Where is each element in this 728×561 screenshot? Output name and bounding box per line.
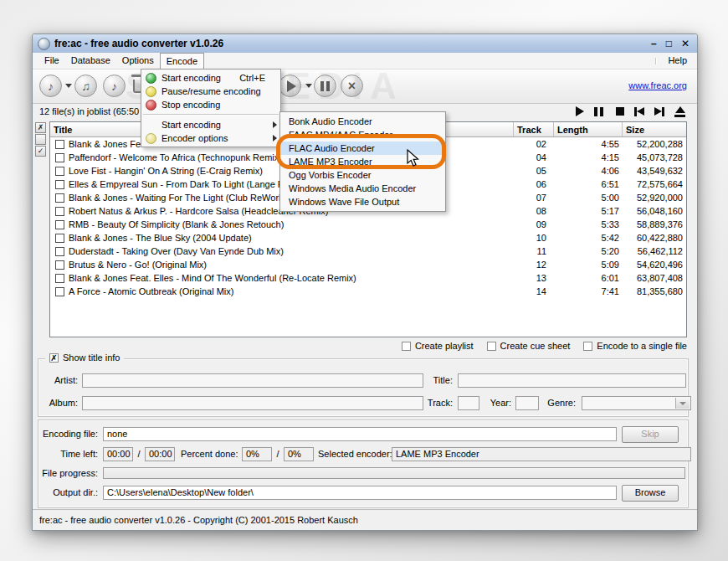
row-length: 6:01 (553, 273, 622, 283)
row-track: 09 (513, 219, 553, 229)
browse-button[interactable]: Browse (622, 485, 679, 502)
genre-dropdown-icon[interactable] (675, 398, 690, 409)
row-title: A Force - Atomic Outbreak (Original Mix) (64, 286, 513, 296)
add-files-icon[interactable]: ♪ (39, 75, 62, 97)
menu-item[interactable]: Options (116, 53, 160, 69)
submenu-item[interactable]: Bonk Audio Encoder (280, 115, 445, 128)
next-icon[interactable] (654, 107, 664, 116)
row-checkbox[interactable] (55, 234, 64, 243)
eject-icon[interactable] (674, 106, 685, 117)
year-field[interactable] (515, 396, 539, 410)
titlebar[interactable]: fre:ac - free audio converter v1.0.26 – … (33, 34, 697, 54)
row-size: 52,200,288 (622, 139, 686, 149)
output-options-row: Create playlist Create cue sheet Encode … (402, 341, 687, 351)
toolbar: ♪ ♫ ♪ × www.freac.org (33, 69, 697, 104)
submenu-arrow-icon (273, 101, 277, 108)
row-checkbox[interactable] (55, 193, 64, 203)
percent-done-label: Percent done: (181, 447, 238, 461)
row-checkbox[interactable] (55, 260, 64, 270)
table-row[interactable]: Brutus & Nero - Go! (Original Mix) 12 5:… (50, 258, 686, 271)
freac-website-link[interactable]: www.freac.org (628, 80, 687, 90)
table-row[interactable]: RMB - Beauty Of Simplicity (Blank & Jone… (50, 218, 686, 231)
title-field[interactable] (458, 373, 686, 388)
album-label: Album: (42, 396, 78, 410)
close-button[interactable]: ✕ (681, 39, 690, 49)
create-cue-sheet-checkbox[interactable] (487, 342, 496, 351)
row-checkbox[interactable] (55, 140, 64, 149)
row-length: 5:42 (553, 233, 622, 243)
encode-single-file-label: Encode to a single file (597, 341, 687, 351)
artist-field[interactable] (82, 373, 423, 388)
encode-single-file-checkbox[interactable] (583, 342, 592, 351)
column-header-size[interactable]: Size (622, 122, 686, 136)
maximize-button[interactable]: □ (666, 39, 672, 49)
row-checkbox[interactable] (55, 153, 64, 162)
start-encoding-icon[interactable] (279, 75, 301, 97)
table-row[interactable]: Blank & Jones - The Blue Sky (2004 Updat… (50, 231, 686, 244)
rip-cd-icon[interactable]: ♫ (74, 75, 97, 97)
window-title: fre:ac - free audio converter v1.0.26 (54, 38, 223, 49)
row-checkbox[interactable] (55, 180, 64, 189)
select-all-button[interactable]: ✗ (35, 122, 46, 133)
submenu-item[interactable]: Ogg Vorbis Encoder (280, 168, 445, 182)
play-icon[interactable] (576, 106, 584, 116)
menu-item[interactable]: File (38, 53, 65, 69)
pause-icon[interactable] (594, 107, 606, 116)
time-left-current-field: 00:00 (103, 447, 133, 461)
submenu-item[interactable]: Windows Media Audio Encoder (280, 182, 445, 195)
create-playlist-checkbox[interactable] (402, 342, 411, 351)
track-field[interactable] (458, 396, 479, 410)
submenu-item[interactable]: Windows Wave File Output (280, 195, 445, 208)
minimize-button[interactable]: – (651, 39, 657, 49)
row-length: 4:06 (553, 166, 622, 176)
menu-item[interactable]: Start encoding (141, 118, 280, 131)
show-title-info-toggle[interactable]: ✗ Show title info (45, 353, 124, 363)
stop-icon[interactable] (616, 107, 624, 116)
row-checkbox[interactable] (55, 274, 64, 283)
column-header-track[interactable]: Track (513, 122, 553, 136)
mouse-cursor (406, 149, 423, 167)
menu-item-help[interactable]: Help (668, 53, 687, 69)
menu-item[interactable]: Encoder options (141, 131, 280, 145)
skip-button[interactable]: Skip (622, 426, 679, 443)
row-length: 5:17 (553, 206, 622, 216)
row-size: 58,889,376 (622, 219, 686, 229)
row-checkbox[interactable] (55, 207, 64, 216)
menu-item[interactable]: Encode (160, 53, 204, 69)
encoding-dropdown-icon[interactable] (305, 84, 312, 88)
row-checkbox[interactable] (55, 287, 64, 296)
column-header-length[interactable]: Length (553, 122, 622, 136)
menu-item-label: Pause/resume encoding (161, 86, 261, 96)
create-playlist-option[interactable]: Create playlist (402, 341, 474, 351)
genre-combobox[interactable] (582, 396, 691, 410)
pause-encoding-icon[interactable] (314, 75, 336, 97)
transport-controls (576, 106, 685, 117)
show-title-info-checkbox[interactable]: ✗ (49, 353, 59, 363)
add-files-dropdown-icon[interactable] (65, 84, 72, 88)
menu-item[interactable]: Database (65, 53, 116, 69)
table-row[interactable]: Duderstadt - Taking Over (Davy Van Eynde… (50, 244, 686, 258)
menu-item[interactable]: Stop encoding (141, 98, 280, 111)
row-track: 06 (513, 179, 553, 189)
row-checkbox[interactable] (55, 220, 64, 229)
encoding-file-field: none (103, 427, 617, 441)
menu-item-icon (146, 120, 156, 131)
row-checkbox[interactable] (55, 247, 64, 256)
output-dir-field[interactable]: C:\Users\elena\Desktop\New folder\ (103, 486, 617, 500)
cancel-encoding-icon[interactable]: × (341, 75, 363, 97)
table-row[interactable]: A Force - Atomic Outbreak (Original Mix)… (50, 285, 686, 298)
row-title: Blank & Jones Feat. Elles - Mind Of The … (64, 273, 513, 283)
row-checkbox[interactable] (55, 167, 64, 176)
table-row[interactable]: Blank & Jones Feat. Elles - Mind Of The … (50, 271, 686, 285)
row-track: 07 (513, 193, 553, 203)
row-track: 12 (513, 260, 553, 270)
previous-icon[interactable] (634, 107, 644, 116)
menu-item[interactable]: Start encoding Ctrl+E (141, 71, 280, 85)
menu-item[interactable]: Pause/resume encoding (141, 85, 280, 98)
album-field[interactable] (82, 396, 423, 410)
play-audio-icon[interactable]: ♪ (103, 75, 126, 97)
create-cue-sheet-option[interactable]: Create cue sheet (487, 341, 571, 351)
toggle-selection-button[interactable]: ✓ (35, 146, 46, 157)
encode-single-file-option[interactable]: Encode to a single file (583, 341, 687, 351)
select-none-button[interactable] (35, 134, 46, 145)
